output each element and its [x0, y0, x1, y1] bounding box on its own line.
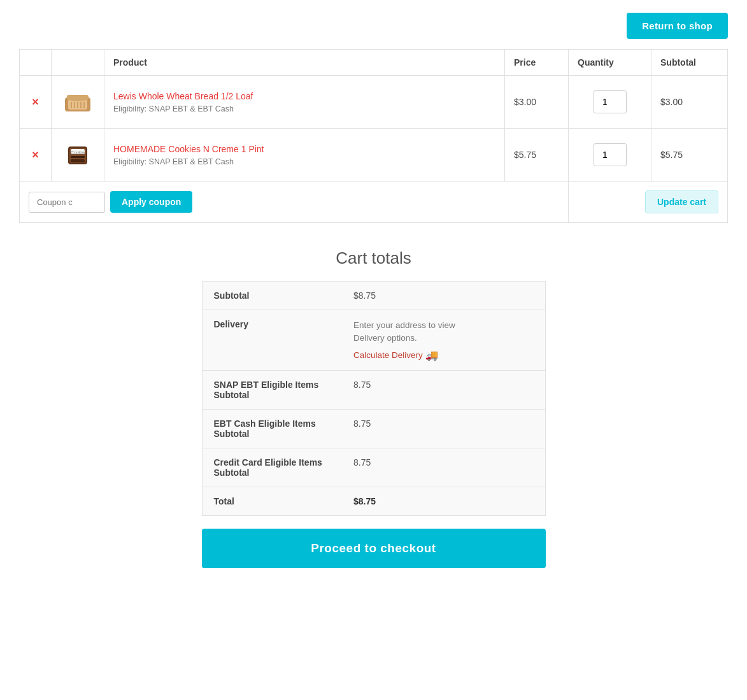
product-info-1: Lewis Whole Wheat Bread 1/2 Loaf Eligibi…: [104, 76, 505, 129]
remove-cell: ×: [20, 76, 52, 129]
subtotal-value-1: $3.00: [660, 97, 683, 107]
product-eligibility-2: Eligibility: SNAP EBT & EBT Cash: [113, 157, 234, 166]
svg-rect-12: [71, 156, 85, 158]
subtotal-value-2: $5.75: [660, 150, 683, 160]
remove-item-1-button[interactable]: ×: [32, 96, 39, 108]
truck-icon: 🚚: [425, 349, 438, 361]
cart-table: Product Price Quantity Subtotal ×: [19, 49, 728, 223]
totals-label-snap-ebt: SNAP EBT Eligible Items Subtotal: [202, 370, 342, 409]
totals-label-delivery: Delivery: [202, 310, 342, 371]
table-row: × Cookie HOMEMADE Cookies N Creme 1 Pi: [20, 129, 728, 182]
product-name-1-link[interactable]: Lewis Whole Wheat Bread 1/2 Loaf: [113, 91, 495, 101]
product-qty-1: [569, 76, 651, 129]
svg-text:Cookie: Cookie: [71, 150, 85, 155]
update-cart-button[interactable]: Update cart: [645, 190, 718, 213]
totals-value-total: $8.75: [342, 487, 545, 515]
totals-label-credit-card: Credit Card Eligible Items Subtotal: [202, 448, 342, 487]
product-name-2-link[interactable]: HOMEMADE Cookies N Creme 1 Pint: [113, 144, 495, 154]
product-image-2: Cookie: [60, 138, 95, 172]
delivery-text-line1: Enter your address to view: [353, 320, 455, 330]
col-header-remove: [20, 50, 52, 76]
totals-row-delivery: Delivery Enter your address to view Deli…: [202, 310, 545, 371]
totals-row-subtotal: Subtotal $8.75: [202, 282, 545, 310]
totals-value-snap-ebt: 8.75: [342, 370, 545, 409]
cart-totals-section: Cart totals Subtotal $8.75 Delivery Ente…: [19, 248, 728, 568]
remove-item-2-button[interactable]: ×: [32, 149, 39, 161]
product-price-2: $5.75: [505, 129, 569, 182]
totals-label-subtotal: Subtotal: [202, 282, 342, 310]
totals-label-total: Total: [202, 487, 342, 515]
totals-table: Subtotal $8.75 Delivery Enter your addre…: [202, 281, 546, 516]
col-header-subtotal: Subtotal: [651, 50, 728, 76]
product-subtotal-1: $3.00: [651, 76, 728, 129]
proceed-to-checkout-button[interactable]: Proceed to checkout: [202, 529, 546, 568]
product-eligibility-1: Eligibility: SNAP EBT & EBT Cash: [113, 104, 234, 113]
totals-row-total: Total $8.75: [202, 487, 545, 515]
col-header-product: Product: [104, 50, 505, 76]
product-qty-2: [569, 129, 651, 182]
product-subtotal-2: $5.75: [651, 129, 728, 182]
coupon-area: Apply coupon: [29, 191, 559, 213]
quantity-input-1[interactable]: [594, 90, 627, 113]
totals-value-delivery: Enter your address to view Delivery opti…: [342, 310, 545, 371]
coupon-input[interactable]: [29, 192, 105, 213]
return-to-shop-button[interactable]: Return to shop: [627, 13, 728, 39]
col-header-thumb: [52, 50, 104, 76]
totals-label-ebt-cash: EBT Cash Eligible Items Subtotal: [202, 409, 342, 448]
col-header-quantity: Quantity: [569, 50, 651, 76]
quantity-input-2[interactable]: [594, 143, 627, 166]
update-cart-cell: Update cart: [569, 182, 728, 223]
price-value-2: $5.75: [514, 150, 536, 160]
product-info-2: HOMEMADE Cookies N Creme 1 Pint Eligibil…: [104, 129, 505, 182]
delivery-text-line2: Delivery options.: [353, 333, 417, 343]
top-bar: Return to shop: [19, 13, 728, 39]
totals-value-credit-card: 8.75: [342, 448, 545, 487]
calculate-delivery-link[interactable]: Calculate Delivery 🚚: [353, 349, 438, 361]
totals-row-credit-card: Credit Card Eligible Items Subtotal 8.75: [202, 448, 545, 487]
totals-value-subtotal: $8.75: [342, 282, 545, 310]
product-thumb-1: [52, 76, 104, 129]
price-value-1: $3.00: [514, 97, 536, 107]
calculate-delivery-label: Calculate Delivery: [353, 350, 423, 360]
totals-row-snap-ebt: SNAP EBT Eligible Items Subtotal 8.75: [202, 370, 545, 409]
apply-coupon-button[interactable]: Apply coupon: [110, 191, 192, 213]
coupon-cell: Apply coupon: [20, 182, 569, 223]
totals-row-ebt-cash: EBT Cash Eligible Items Subtotal 8.75: [202, 409, 545, 448]
coupon-row: Apply coupon Update cart: [20, 182, 728, 223]
col-header-price: Price: [505, 50, 569, 76]
remove-cell: ×: [20, 129, 52, 182]
totals-value-ebt-cash: 8.75: [342, 409, 545, 448]
product-thumb-2: Cookie: [52, 129, 104, 182]
product-price-1: $3.00: [505, 76, 569, 129]
cart-totals-title: Cart totals: [336, 248, 411, 268]
svg-point-3: [67, 95, 89, 101]
svg-rect-13: [71, 159, 85, 162]
table-row: ×: [20, 76, 728, 129]
product-image-1: [60, 85, 95, 119]
